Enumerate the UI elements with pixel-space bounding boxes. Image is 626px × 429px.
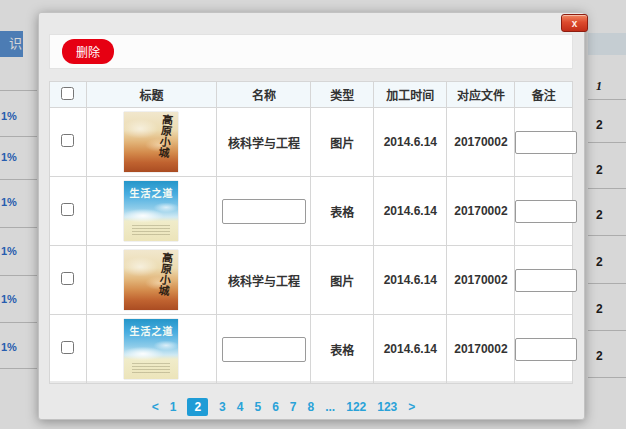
page-button-4[interactable]: 4	[237, 400, 244, 414]
time-cell: 2014.6.14	[374, 246, 447, 315]
type-cell: 图片	[311, 246, 374, 315]
remark-input[interactable]	[515, 131, 577, 154]
note-cell	[515, 246, 573, 315]
title-cell: 高原小城	[86, 108, 217, 177]
next-page-button[interactable]: >	[408, 400, 415, 414]
type-text: 表格	[330, 206, 354, 220]
time-cell: 2014.6.14	[374, 315, 447, 384]
delete-button[interactable]: 删除	[62, 39, 114, 64]
time-text: 2014.6.14	[384, 273, 437, 287]
file-cell: 20170002	[447, 246, 515, 315]
book-cover-image: 高原小城	[124, 112, 178, 172]
time-cell: 2014.6.14	[374, 177, 447, 246]
type-cell: 表格	[311, 315, 374, 384]
file-text: 20170002	[454, 342, 507, 356]
checkbox-cell	[50, 108, 87, 177]
type-text: 表格	[330, 344, 354, 358]
header-type: 类型	[311, 82, 374, 108]
name-cell: 核科学与工程	[217, 108, 311, 177]
note-cell	[515, 177, 573, 246]
row-checkbox[interactable]	[61, 272, 74, 285]
time-text: 2014.6.14	[384, 204, 437, 218]
type-cell: 图片	[311, 108, 374, 177]
header-name: 名称	[217, 82, 311, 108]
remark-input[interactable]	[515, 200, 577, 223]
type-cell: 表格	[311, 177, 374, 246]
header-title: 标题	[86, 82, 217, 108]
book-cover-title: 高原小城	[155, 113, 176, 158]
modal-toolbar: 删除	[49, 34, 573, 69]
page-button-122[interactable]: 122	[346, 400, 366, 414]
name-text: 核科学与工程	[228, 275, 300, 289]
page-button-3[interactable]: 3	[219, 400, 226, 414]
name-cell	[217, 315, 311, 384]
page-button-1[interactable]: 1	[170, 400, 177, 414]
table-header-row: 标题 名称 类型 加工时间 对应文件 备注	[50, 82, 573, 108]
file-text: 20170002	[454, 273, 507, 287]
modal-dialog: x 删除 标题 名称 类型 加工时间 对应文件 备注 高原小城	[38, 12, 585, 420]
type-text: 图片	[330, 275, 354, 289]
file-cell: 20170002	[447, 177, 515, 246]
name-input[interactable]	[222, 337, 306, 362]
name-cell	[217, 177, 311, 246]
name-cell: 核科学与工程	[217, 246, 311, 315]
header-note: 备注	[515, 82, 573, 108]
file-cell: 20170002	[447, 315, 515, 384]
remark-input[interactable]	[515, 269, 577, 292]
page-button-7[interactable]: 7	[290, 400, 297, 414]
title-cell: 生活之道	[86, 315, 217, 384]
checkbox-cell	[50, 315, 87, 384]
page: 识 1% 1% 1% 1% 1% 1% 1 2 2 2 2 2 2 x 删除	[0, 0, 626, 429]
book-cover-image: 高原小城	[124, 250, 178, 310]
page-button-6[interactable]: 6	[272, 400, 279, 414]
book-cover-title: 生活之道	[124, 185, 178, 200]
time-text: 2014.6.14	[384, 342, 437, 356]
file-cell: 20170002	[447, 108, 515, 177]
close-button[interactable]: x	[561, 14, 588, 32]
book-cover-title: 生活之道	[124, 323, 178, 338]
row-checkbox[interactable]	[61, 134, 74, 147]
book-cover-title: 高原小城	[155, 251, 176, 296]
file-text: 20170002	[454, 204, 507, 218]
title-cell: 生活之道	[86, 177, 217, 246]
select-all-checkbox[interactable]	[61, 87, 74, 100]
remark-input[interactable]	[515, 338, 577, 361]
pagination: <12345678...122123>	[11, 398, 556, 416]
page-button-2[interactable]: 2	[187, 398, 208, 416]
note-cell	[515, 108, 573, 177]
row-checkbox[interactable]	[61, 341, 74, 354]
header-checkbox-cell	[50, 82, 87, 108]
prev-page-button[interactable]: <	[152, 400, 159, 414]
time-cell: 2014.6.14	[374, 108, 447, 177]
table-row: 生活之道 表格 2014.6.14 20170002	[50, 315, 573, 384]
page-button-8[interactable]: 8	[308, 400, 315, 414]
page-button-5[interactable]: 5	[254, 400, 261, 414]
header-time: 加工时间	[374, 82, 447, 108]
checkbox-cell	[50, 246, 87, 315]
page-ellipsis: ...	[325, 400, 335, 414]
name-input[interactable]	[222, 199, 306, 224]
book-cover-image: 生活之道	[124, 319, 178, 379]
table-row: 高原小城 核科学与工程 图片 2014.6.14 20170002	[50, 108, 573, 177]
page-button-123[interactable]: 123	[377, 400, 397, 414]
records-table: 标题 名称 类型 加工时间 对应文件 备注 高原小城 核科学与工程 图片 201…	[49, 81, 573, 381]
book-cover-image: 生活之道	[124, 181, 178, 241]
note-cell	[515, 315, 573, 384]
table-row: 高原小城 核科学与工程 图片 2014.6.14 20170002	[50, 246, 573, 315]
row-checkbox[interactable]	[61, 203, 74, 216]
table-row: 生活之道 表格 2014.6.14 20170002	[50, 177, 573, 246]
title-cell: 高原小城	[86, 246, 217, 315]
checkbox-cell	[50, 177, 87, 246]
time-text: 2014.6.14	[384, 135, 437, 149]
file-text: 20170002	[454, 135, 507, 149]
type-text: 图片	[330, 137, 354, 151]
name-text: 核科学与工程	[228, 137, 300, 151]
header-file: 对应文件	[447, 82, 515, 108]
